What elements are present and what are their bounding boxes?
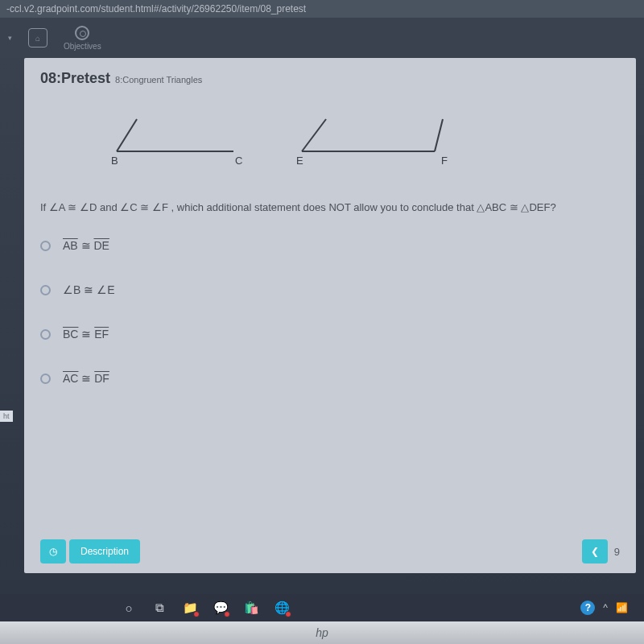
- windows-taskbar[interactable]: ○ ⧉ 📁 💬 🛍️ 🌐 ? ^ 📶: [0, 594, 644, 621]
- question-text: If ∠A ≅ ∠D and ∠C ≅ ∠F , which additiona…: [40, 200, 620, 216]
- cortana-icon[interactable]: ○: [121, 600, 137, 616]
- answer-options: AB ≅ DE ∠B ≅ ∠E BC ≅ EF AC ≅ DF: [40, 236, 620, 385]
- laptop-bezel: hp: [0, 621, 644, 644]
- home-icon: ⌂: [28, 28, 47, 47]
- radio-icon[interactable]: [40, 374, 51, 384]
- svg-line-4: [435, 119, 443, 151]
- taskview-icon[interactable]: ⧉: [151, 600, 167, 616]
- chevron-left-icon: ❮: [591, 546, 599, 557]
- option-b-text: ∠B ≅ ∠E: [63, 280, 114, 296]
- option-d-text: AC ≅ DF: [63, 369, 109, 385]
- svg-line-0: [117, 119, 137, 151]
- page-nav: ❮ 9: [582, 539, 620, 564]
- triangle-def: E F: [282, 111, 451, 167]
- radio-icon[interactable]: [40, 241, 51, 251]
- objectives-label: Objectives: [64, 42, 101, 51]
- description-button[interactable]: Description: [69, 539, 140, 564]
- store-icon[interactable]: 🛍️: [243, 600, 259, 616]
- clock-icon: ◷: [49, 546, 57, 557]
- option-c[interactable]: BC ≅ EF: [40, 324, 620, 341]
- url-text: -ccl.v2.gradpoint.com/student.html#/acti…: [6, 3, 306, 14]
- vertex-c-label: C: [235, 155, 242, 167]
- side-tab: ht: [0, 411, 13, 422]
- description-group: ◷ Description: [40, 539, 140, 564]
- option-a-text: AB ≅ DE: [63, 236, 109, 252]
- option-b[interactable]: ∠B ≅ ∠E: [40, 280, 620, 296]
- chrome-icon[interactable]: 🌐: [274, 600, 290, 616]
- radio-icon[interactable]: [40, 285, 51, 295]
- svg-line-2: [302, 119, 326, 151]
- test-title: 08:Pretest: [40, 70, 110, 87]
- vertex-f-label: F: [441, 155, 448, 167]
- home-button[interactable]: ⌂: [28, 28, 47, 47]
- hp-logo: hp: [316, 626, 328, 639]
- objectives-button[interactable]: Objectives: [64, 26, 101, 51]
- vertex-e-label: E: [296, 155, 303, 167]
- content-panel: 08:Pretest 8:Congruent Triangles B C E F…: [24, 58, 636, 573]
- wifi-icon[interactable]: 📶: [616, 602, 628, 613]
- tray-caret-icon[interactable]: ^: [603, 602, 608, 613]
- option-c-text: BC ≅ EF: [63, 324, 109, 341]
- target-icon: [75, 26, 89, 40]
- triangle-abc: B C: [80, 111, 250, 167]
- prev-button[interactable]: ❮: [582, 539, 608, 564]
- triangle-diagram: B C E F: [80, 111, 620, 167]
- help-icon[interactable]: ?: [580, 601, 595, 615]
- timer-button[interactable]: ◷: [40, 539, 66, 564]
- option-d[interactable]: AC ≅ DF: [40, 369, 620, 385]
- test-subtitle: 8:Congruent Triangles: [115, 75, 202, 85]
- url-bar[interactable]: -ccl.v2.gradpoint.com/student.html#/acti…: [0, 0, 644, 18]
- system-tray[interactable]: ? ^ 📶: [580, 601, 628, 615]
- page-number: 9: [614, 546, 620, 558]
- file-explorer-icon[interactable]: 📁: [182, 600, 198, 616]
- app-icon[interactable]: 💬: [213, 600, 229, 616]
- option-a[interactable]: AB ≅ DE: [40, 236, 620, 252]
- page-header: 08:Pretest 8:Congruent Triangles: [40, 70, 620, 87]
- dropdown-icon[interactable]: ▾: [8, 34, 12, 42]
- content-footer: ◷ Description ❮ 9: [40, 539, 620, 564]
- app-toolbar: ▾ ⌂ Objectives: [0, 18, 644, 58]
- vertex-b-label: B: [111, 155, 118, 167]
- radio-icon[interactable]: [40, 329, 51, 340]
